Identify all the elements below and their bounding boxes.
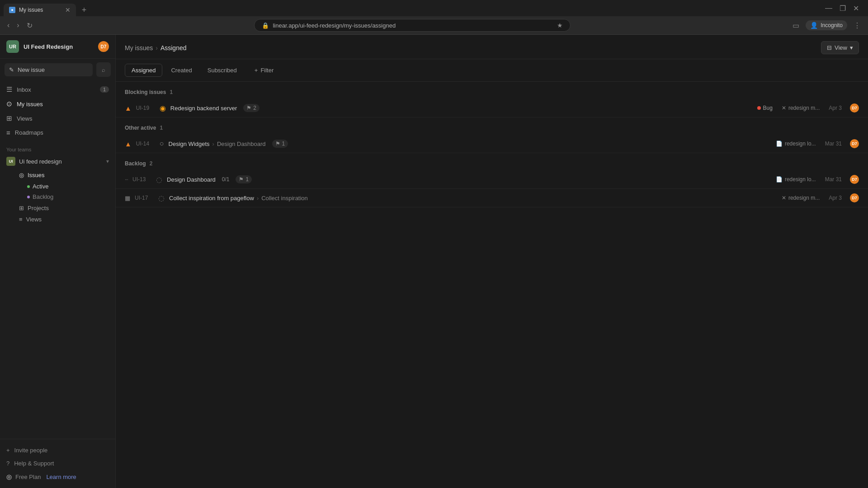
- sidebar-item-my-issues[interactable]: ⊙ My issues: [0, 97, 115, 111]
- projects-label: Projects: [28, 205, 49, 211]
- blocking-label: Blocking issues: [125, 89, 166, 95]
- team-sub-nav: ◎ Issues Active Backlog ⊞ Projects ≡ Vie: [0, 169, 115, 226]
- browser-chrome: ● My issues ✕ + — ❐ ✕ ‹ › ↻ 🔒 linear.app…: [0, 0, 868, 35]
- views-icon: ⊞: [6, 114, 12, 122]
- project-doc-icon-ui13: 📄: [776, 176, 783, 183]
- sidebar-item-issues[interactable]: ◎ Issues: [13, 169, 115, 181]
- learn-more-link[interactable]: Learn more: [46, 474, 76, 480]
- project-label-ui14: redesign lo...: [785, 141, 816, 147]
- sub-count-icon: ⚑: [246, 105, 251, 111]
- issue-date-ui13: Mar 31: [825, 176, 842, 183]
- project-icon: ✕: [782, 105, 786, 111]
- status-in-progress-icon: ◉: [160, 104, 166, 113]
- status-backlog-icon: ◌: [156, 175, 162, 184]
- filter-label: Filter: [260, 67, 274, 74]
- inbox-icon: ☰: [6, 85, 12, 94]
- issue-row-ui17[interactable]: ▦ UI-17 ◌ Collect inspiration from pagef…: [116, 189, 868, 207]
- issue-title-ui19: Redesign backend server ⚑ 2: [170, 104, 753, 112]
- team-header[interactable]: UI Ui feed redesign ▾: [0, 154, 115, 169]
- invite-icon: +: [6, 447, 10, 454]
- browser-actions: ▭ 👤 Incognito ⋮: [791, 19, 863, 32]
- active-tab[interactable]: ● My issues ✕: [4, 4, 76, 16]
- issue-tag-bug: Bug: [757, 105, 773, 111]
- refresh-button[interactable]: ↻: [25, 19, 34, 32]
- sidebar-item-inbox[interactable]: ☰ Inbox 1: [0, 82, 115, 97]
- my-issues-icon: ⊙: [6, 100, 12, 108]
- sub-count-ui13: ⚑ 1: [236, 175, 252, 183]
- tab-close-button[interactable]: ✕: [65, 6, 71, 14]
- issue-sub-nav: Active Backlog: [13, 181, 115, 202]
- new-issue-button[interactable]: ✎ New issue: [5, 63, 93, 76]
- sidebar-item-views[interactable]: ⊞ Views: [0, 111, 115, 126]
- issue-avatar-ui17: D7: [850, 193, 859, 202]
- back-button[interactable]: ‹: [5, 19, 11, 31]
- filter-icon: +: [255, 67, 258, 74]
- search-button[interactable]: ⌕: [96, 62, 111, 77]
- other-active-label: Other active: [125, 125, 156, 131]
- close-window-button[interactable]: ✕: [853, 4, 859, 13]
- sidebar-header: UR UI Feed Redesign D7: [0, 35, 115, 59]
- project-x-icon-ui17: ✕: [782, 195, 786, 201]
- issue-avatar-ui13: D7: [850, 175, 859, 184]
- sidebar-item-roadmaps[interactable]: ≡ Roadmaps: [0, 126, 115, 140]
- tab-title: My issues: [19, 7, 61, 13]
- maximize-button[interactable]: ❐: [840, 4, 846, 13]
- issue-project-ui13: 📄 redesign lo...: [776, 176, 816, 183]
- sidebar-item-team-views[interactable]: ≡ Views: [13, 214, 115, 225]
- priority-no-priority-icon: ···: [125, 176, 128, 183]
- issue-date-ui19: Apr 3: [829, 105, 842, 111]
- tab-subscribed[interactable]: Subscribed: [201, 64, 244, 77]
- inbox-label: Inbox: [17, 86, 95, 93]
- project-label-ui13: redesign lo...: [785, 176, 816, 183]
- issue-date-ui14: Mar 31: [825, 141, 842, 147]
- breadcrumb-arrow-ui17: ›: [257, 195, 259, 202]
- window-controls: — ❐ ✕: [825, 4, 864, 16]
- issue-id-ui14: UI-14: [136, 141, 155, 147]
- backlog-section-label: Backlog: [125, 160, 146, 167]
- issue-title-text-ui14: Design Widgets: [169, 141, 210, 147]
- main-header: My issues › Assigned ⊟ View ▾: [116, 35, 868, 59]
- issue-title-text: Redesign backend server: [170, 105, 237, 112]
- tab-assigned[interactable]: Assigned: [125, 64, 162, 77]
- view-button[interactable]: ⊟ View ▾: [821, 41, 859, 54]
- sub-count-value-ui13: 1: [245, 176, 249, 183]
- sub-count-icon-ui13: ⚑: [239, 176, 244, 183]
- filter-button[interactable]: + Filter: [249, 64, 279, 76]
- invite-people-button[interactable]: + Invite people: [0, 444, 115, 457]
- issue-row-ui13[interactable]: ··· UI-13 ◌ Design Dashboard 0/1 ⚑ 1 📄 r…: [116, 170, 868, 189]
- app-layout: UR UI Feed Redesign D7 ✎ New issue ⌕ ☰ I…: [0, 35, 868, 488]
- plan-icon: ◎: [6, 473, 12, 480]
- address-bar-row: ‹ › ↻ 🔒 linear.app/ui-feed-redesign/my-i…: [0, 16, 868, 34]
- incognito-badge: 👤 Incognito: [806, 20, 847, 30]
- address-bar[interactable]: 🔒 linear.app/ui-feed-redesign/my-issues/…: [254, 19, 571, 32]
- sub-count-ui19: ⚑ 2: [243, 104, 259, 112]
- backlog-header: Backlog 2: [116, 153, 868, 170]
- tabs-row: Assigned Created Subscribed + Filter: [116, 59, 868, 82]
- issue-row-ui14[interactable]: ▲ UI-14 ○ Design Widgets › Design Dashbo…: [116, 135, 868, 153]
- tab-favicon: ●: [9, 7, 15, 13]
- status-todo-icon: ○: [160, 140, 164, 148]
- tab-created[interactable]: Created: [164, 64, 198, 77]
- sidebar-toggle[interactable]: ▭: [791, 19, 801, 32]
- breadcrumb-parent[interactable]: My issues: [125, 44, 153, 52]
- sidebar-item-projects[interactable]: ⊞ Projects: [13, 202, 115, 214]
- new-tab-button[interactable]: +: [78, 4, 90, 16]
- tab-bar: ● My issues ✕ + — ❐ ✕: [0, 0, 868, 16]
- user-avatar[interactable]: D7: [98, 41, 109, 52]
- sidebar-item-active[interactable]: Active: [21, 181, 115, 192]
- breadcrumb-current: Assigned: [160, 44, 187, 52]
- browser-menu-button[interactable]: ⋮: [852, 19, 863, 32]
- other-active-header: Other active 1: [116, 117, 868, 135]
- forward-button[interactable]: ›: [15, 19, 21, 31]
- sidebar-footer: + Invite people ? Help & Support ◎ Free …: [0, 439, 115, 488]
- minimize-button[interactable]: —: [825, 4, 832, 12]
- help-support-button[interactable]: ? Help & Support: [0, 457, 115, 470]
- search-icon: ⌕: [102, 66, 105, 73]
- active-label: Active: [33, 183, 48, 190]
- issues-icon: ◎: [19, 172, 24, 178]
- active-dot: [27, 185, 30, 188]
- issue-row-ui19[interactable]: ▲ UI-19 ◉ Redesign backend server ⚑ 2 Bu…: [116, 99, 868, 117]
- other-active-count: 1: [160, 125, 163, 131]
- sidebar-item-backlog[interactable]: Backlog: [21, 192, 115, 202]
- main-content: My issues › Assigned ⊟ View ▾ Assigned C…: [116, 35, 868, 488]
